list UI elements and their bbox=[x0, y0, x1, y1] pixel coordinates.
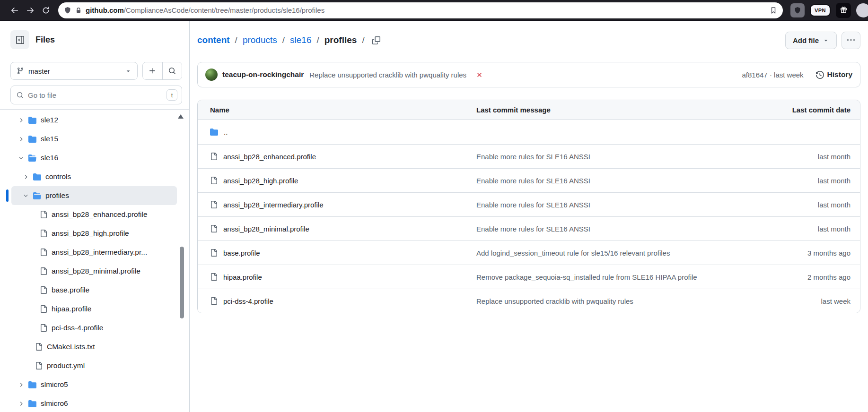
tree-item-product.yml[interactable]: product.yml bbox=[11, 356, 177, 375]
file-name: anssi_bp28_high.profile bbox=[223, 177, 298, 185]
tree-item-sle12[interactable]: sle12 bbox=[11, 111, 177, 129]
tree-item-label: hipaa.profile bbox=[52, 305, 91, 313]
file-name-link[interactable]: pci-dss-4.profile bbox=[198, 297, 476, 305]
commit-date: last month bbox=[772, 153, 860, 161]
commit-message[interactable]: Replace unsupported cracklib with pwqual… bbox=[309, 71, 466, 79]
tree-item-anssi-bp28-intermediary.pr...[interactable]: anssi_bp28_intermediary.pr... bbox=[11, 243, 177, 262]
file-icon bbox=[40, 249, 47, 256]
folder-icon bbox=[210, 128, 218, 136]
new-file-button[interactable] bbox=[143, 62, 162, 79]
commit-message-link[interactable]: Remove package_sequoia-sq_installed rule… bbox=[476, 273, 772, 281]
tree-item-label: sle12 bbox=[41, 116, 58, 124]
commit-message-link[interactable]: Enable more rules for SLE16 ANSSI bbox=[476, 177, 772, 185]
search-this-repo-button[interactable] bbox=[162, 62, 182, 79]
tree-item-label: profiles bbox=[45, 191, 69, 200]
file-icon bbox=[35, 362, 43, 369]
commit-message-link[interactable]: Enable more rules for SLE16 ANSSI bbox=[476, 153, 772, 161]
file-name-link[interactable]: anssi_bp28_high.profile bbox=[198, 177, 476, 185]
table-header: Name Last commit message Last commit dat… bbox=[198, 100, 860, 120]
commit-separator: · bbox=[770, 71, 772, 79]
chevron-right-icon bbox=[18, 401, 24, 407]
commit-author-avatar[interactable] bbox=[205, 69, 218, 81]
lock-icon[interactable] bbox=[75, 7, 82, 14]
table-row-anssi-bp28-minimal.profile: anssi_bp28_minimal.profileEnable more ru… bbox=[198, 216, 860, 240]
profile-avatar[interactable] bbox=[856, 3, 868, 17]
branch-selector[interactable]: master bbox=[10, 62, 138, 80]
tree-item-slmicro6[interactable]: slmicro6 bbox=[11, 394, 177, 412]
add-file-button[interactable]: Add file bbox=[785, 32, 837, 49]
chevron-right-icon bbox=[18, 136, 24, 142]
file-icon bbox=[210, 249, 218, 257]
file-name-link[interactable]: anssi_bp28_enhanced.profile bbox=[198, 153, 476, 161]
file-name-link[interactable]: anssi_bp28_intermediary.profile bbox=[198, 201, 476, 209]
history-button[interactable]: History bbox=[816, 70, 852, 79]
vpn-extension-badge[interactable]: VPN bbox=[810, 4, 831, 17]
chevron-right-icon bbox=[23, 174, 29, 180]
file-icon bbox=[210, 273, 218, 281]
reload-button[interactable] bbox=[38, 2, 53, 18]
breadcrumb-sle16[interactable]: sle16 bbox=[290, 35, 311, 45]
file-icon bbox=[40, 286, 47, 294]
breadcrumb-products[interactable]: products bbox=[243, 35, 277, 45]
tracking-shield-icon[interactable] bbox=[64, 7, 71, 14]
go-to-file-search[interactable]: t bbox=[10, 86, 182, 104]
tree-item-pci-dss-4.profile[interactable]: pci-dss-4.profile bbox=[11, 318, 177, 337]
forward-button[interactable] bbox=[22, 2, 38, 18]
checks-failed-icon[interactable] bbox=[476, 71, 483, 78]
tree-item-sle16[interactable]: sle16 bbox=[11, 148, 177, 167]
commit-sha[interactable]: af81647 bbox=[742, 71, 767, 79]
commit-message-link[interactable]: Add logind_session_timeout rule for sle1… bbox=[476, 249, 772, 257]
shield-extension-icon[interactable] bbox=[790, 3, 805, 17]
more-options-button[interactable] bbox=[842, 32, 860, 49]
url-bar[interactable]: github.com/ComplianceAsCode/content/tree… bbox=[58, 2, 783, 18]
folder-icon bbox=[28, 400, 36, 408]
files-table: Name Last commit message Last commit dat… bbox=[197, 100, 860, 313]
table-row-..: .. bbox=[198, 120, 860, 144]
tree-item-cmakelists.txt[interactable]: CMakeLists.txt bbox=[11, 337, 177, 356]
breadcrumb-content[interactable]: content bbox=[197, 35, 230, 45]
tree-item-sle15[interactable]: sle15 bbox=[11, 129, 177, 148]
plus-icon bbox=[149, 67, 156, 75]
bookmark-icon[interactable] bbox=[770, 7, 777, 14]
tree-item-profiles[interactable]: profiles bbox=[11, 186, 177, 205]
history-label: History bbox=[827, 70, 852, 79]
tree-item-anssi-bp28-enhanced.profile[interactable]: anssi_bp28_enhanced.profile bbox=[11, 205, 177, 224]
gift-extension-icon[interactable] bbox=[836, 3, 851, 18]
tree-item-slmicro5[interactable]: slmicro5 bbox=[11, 375, 177, 394]
file-name-link[interactable]: hipaa.profile bbox=[198, 273, 476, 281]
table-row-base.profile: base.profileAdd logind_session_timeout r… bbox=[198, 240, 860, 265]
file-name: base.profile bbox=[223, 249, 260, 257]
copy-path-icon[interactable] bbox=[369, 33, 384, 48]
table-row-anssi-bp28-high.profile: anssi_bp28_high.profileEnable more rules… bbox=[198, 168, 860, 192]
commit-message-link[interactable]: Enable more rules for SLE16 ANSSI bbox=[476, 201, 772, 209]
files-sidebar: Files master bbox=[0, 21, 190, 412]
file-tree: sle12sle15sle16controlsprofilesanssi_bp2… bbox=[0, 110, 189, 412]
tree-item-anssi-bp28-minimal.profile[interactable]: anssi_bp28_minimal.profile bbox=[11, 262, 177, 281]
scrollbar-thumb[interactable] bbox=[180, 247, 184, 318]
commit-author[interactable]: teacup-on-rockingchair bbox=[222, 70, 304, 79]
tree-item-label: product.yml bbox=[47, 361, 85, 370]
add-file-label: Add file bbox=[793, 36, 819, 44]
go-to-file-input[interactable] bbox=[28, 91, 162, 99]
chevron-down-icon bbox=[23, 193, 29, 199]
collapse-sidebar-button[interactable] bbox=[10, 30, 29, 49]
file-name: pci-dss-4.profile bbox=[223, 297, 273, 305]
tree-item-controls[interactable]: controls bbox=[11, 167, 177, 186]
address-text: github.com/ComplianceAsCode/content/tree… bbox=[86, 6, 766, 14]
tree-item-base.profile[interactable]: base.profile bbox=[11, 281, 177, 300]
tree-item-label: sle15 bbox=[41, 135, 58, 143]
commit-message-link[interactable]: Enable more rules for SLE16 ANSSI bbox=[476, 225, 772, 233]
tree-item-label: anssi_bp28_enhanced.profile bbox=[52, 210, 148, 219]
commit-date: last month bbox=[772, 225, 860, 233]
file-name-link[interactable]: anssi_bp28_minimal.profile bbox=[198, 225, 476, 233]
back-button[interactable] bbox=[7, 2, 22, 18]
tree-item-anssi-bp28-high.profile[interactable]: anssi_bp28_high.profile bbox=[11, 224, 177, 243]
file-name-link[interactable]: .. bbox=[198, 128, 476, 136]
file-icon bbox=[40, 324, 47, 332]
commit-message-link[interactable]: Replace unsupported cracklib with pwqual… bbox=[476, 297, 772, 305]
commit-date: last month bbox=[772, 177, 860, 185]
extension-area: VPN bbox=[790, 3, 862, 18]
scrollbar-up-arrow[interactable] bbox=[178, 114, 184, 119]
tree-item-hipaa.profile[interactable]: hipaa.profile bbox=[11, 300, 177, 318]
file-name-link[interactable]: base.profile bbox=[198, 249, 476, 257]
